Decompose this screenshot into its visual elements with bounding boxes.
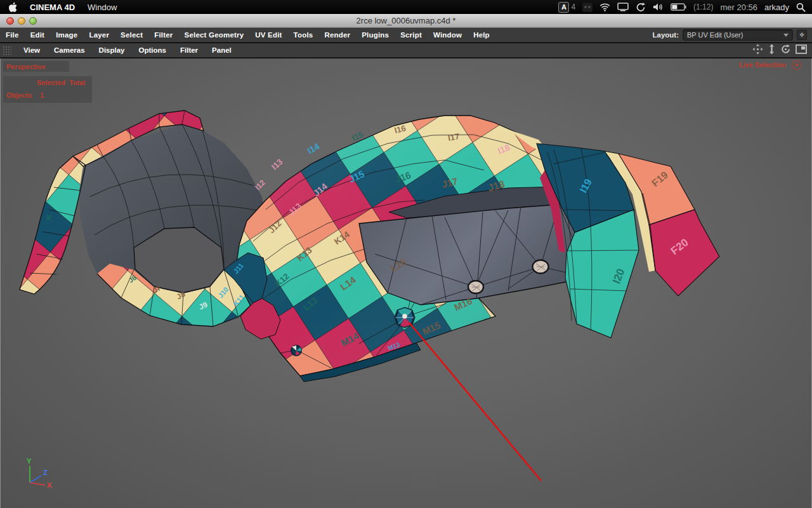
menu-script[interactable]: Script [395,31,428,39]
viewport-canvas[interactable]: I13I14I15I16I17I18I12J14J15J16J17J18J12J… [1,58,812,508]
menu-select-geometry[interactable]: Select Geometry [179,31,250,39]
pan-view-icon[interactable] [752,44,763,57]
vmenu-cameras[interactable]: Cameras [47,46,92,54]
menu-help[interactable]: Help [468,31,495,39]
battery-icon[interactable] [671,3,686,11]
window-titlebar[interactable]: 2rce low_0006uvmap.c4d * [0,14,812,28]
layout-value: BP UV Edit (User) [687,31,743,39]
live-selection-icon[interactable]: ➤ [792,60,801,70]
tongue-eyelet [533,260,549,274]
chevron-down-icon [783,34,789,37]
viewport-toolbar: View Cameras Display Options Filter Pane… [0,43,812,58]
axis-x-label: X [47,481,52,489]
macos-menubar: CINEMA 4D Window A 4 (1:12 [0,0,812,14]
menubar-clock[interactable]: mer 20:56 [720,3,757,12]
layout-label: Layout: [652,31,679,39]
menu-plugins[interactable]: Plugins [356,31,395,39]
apple-icon[interactable] [9,3,17,12]
zoom-view-icon[interactable] [768,44,776,57]
vmenu-filter[interactable]: Filter [173,46,205,54]
axis-z-label: Z [43,469,48,476]
menubar-user[interactable]: arkady [764,3,789,12]
input-source-icon[interactable]: A 4 [558,2,575,13]
layout-dropdown[interactable]: BP UV Edit (User) [683,29,793,41]
tongue-eyelet [468,281,483,293]
volume-icon[interactable] [653,3,664,11]
menu-select[interactable]: Select [115,31,148,39]
layout-expand-icon[interactable]: ✥ [797,30,807,40]
menu-tools[interactable]: Tools [288,31,319,39]
vmenu-options[interactable]: Options [132,46,173,54]
active-tool-label[interactable]: Live Selection [739,61,786,69]
battery-time: (1:12) [693,3,713,11]
menu-uv-edit[interactable]: UV Edit [249,31,287,39]
menu-filter[interactable]: Filter [148,31,178,39]
menu-edit[interactable]: Edit [25,31,51,39]
window-title: 2rce low_0006uvmap.c4d * [0,14,812,28]
wifi-icon[interactable] [599,3,610,11]
app-status-icon[interactable] [582,3,593,12]
app-menubar: File Edit Image Layer Select Filter Sele… [0,28,812,43]
menubar-window-menu[interactable]: Window [88,3,117,12]
toolbar-grip-handle[interactable] [3,46,11,55]
sync-icon[interactable] [636,3,646,12]
vmenu-display[interactable]: Display [92,46,132,54]
world-axis-gizmo: Y Z X [27,457,52,489]
stats-col-total: Total [69,79,85,86]
menu-render[interactable]: Render [318,31,356,39]
vmenu-panel[interactable]: Panel [205,46,239,54]
axis-y-label: Y [27,457,32,465]
small-eyelet [291,345,301,356]
stats-row-objects: Objects [6,91,32,99]
menu-image[interactable]: Image [50,31,83,39]
menu-window[interactable]: Window [428,31,468,39]
toggle-panel-icon[interactable] [796,44,807,57]
axis-highlight-line[interactable] [409,323,541,481]
menubar-appname[interactable]: CINEMA 4D [30,3,75,12]
rotate-view-icon[interactable] [780,44,791,57]
spotlight-icon[interactable] [796,3,806,12]
vmenu-view[interactable]: View [16,46,47,54]
camera-label[interactable]: Perspective [6,63,46,70]
stats-objects-count: 1 [40,91,44,99]
display-icon[interactable] [617,3,629,11]
uv-label-I13: I13 [270,157,284,171]
stats-col-selected: Selected [37,79,65,86]
uv-label-I17: I17 [447,131,460,143]
screen: CINEMA 4D Window A 4 (1:12 [0,0,812,508]
menu-layer[interactable]: Layer [83,31,115,39]
viewport-3d[interactable]: I13I14I15I16I17I18I12J14J15J16J17J18J12J… [0,58,812,508]
uv-label-I14: I14 [306,141,322,156]
menu-file[interactable]: File [0,31,25,39]
